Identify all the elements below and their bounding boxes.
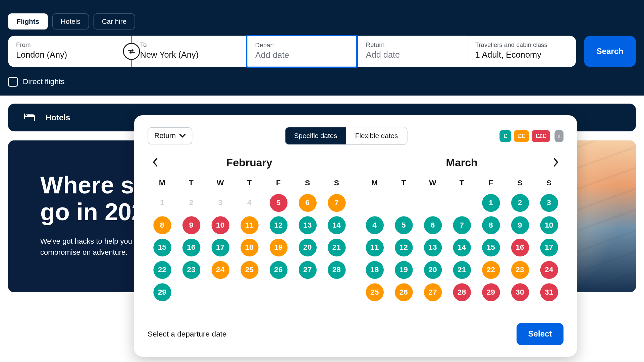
calendar-day[interactable]: 21 bbox=[322, 239, 351, 256]
calendar-day[interactable]: 17 bbox=[534, 239, 564, 256]
from-field[interactable]: From London (Any) bbox=[8, 36, 131, 67]
calendar-day: 1 bbox=[148, 194, 177, 212]
mode-specific-button[interactable]: Specific dates bbox=[285, 127, 346, 144]
calendar-day[interactable]: 24 bbox=[534, 261, 564, 279]
swap-icon bbox=[127, 47, 136, 55]
day-empty bbox=[447, 194, 476, 212]
depart-field[interactable]: Depart Add date bbox=[246, 35, 358, 68]
tab-flights[interactable]: Flights bbox=[8, 13, 48, 29]
weekday-label: S bbox=[534, 179, 564, 188]
calendar-day[interactable]: 9 bbox=[177, 216, 206, 234]
calendar-day[interactable]: 28 bbox=[322, 261, 351, 279]
calendar-day[interactable]: 16 bbox=[505, 239, 535, 256]
calendar-day[interactable]: 31 bbox=[534, 283, 564, 301]
weekday-label: M bbox=[148, 179, 177, 188]
calendar-day[interactable]: 28 bbox=[447, 283, 476, 301]
from-label: From bbox=[16, 41, 123, 48]
next-month-button[interactable] bbox=[548, 155, 564, 170]
calendar-day[interactable]: 18 bbox=[360, 261, 389, 279]
calendar-day[interactable]: 7 bbox=[447, 216, 476, 234]
calendar-day[interactable]: 11 bbox=[360, 239, 389, 256]
hotels-bar-label: Hotels bbox=[46, 113, 70, 122]
calendar-day[interactable]: 11 bbox=[235, 216, 264, 234]
calendar-day[interactable]: 12 bbox=[389, 239, 418, 256]
calendar-day[interactable]: 14 bbox=[447, 239, 476, 256]
calendar-day[interactable]: 15 bbox=[148, 239, 177, 256]
calendar-day[interactable]: 6 bbox=[293, 194, 322, 212]
weekday-label: S bbox=[322, 179, 351, 188]
calendar-day[interactable]: 5 bbox=[389, 216, 418, 234]
days-grid: 1234567891011121314151617181920212223242… bbox=[148, 194, 351, 301]
calendar-day[interactable]: 14 bbox=[322, 216, 351, 234]
calendar-day[interactable]: 23 bbox=[177, 261, 206, 279]
mode-flexible-button[interactable]: Flexible dates bbox=[346, 127, 407, 144]
calendar-day[interactable]: 4 bbox=[360, 216, 389, 234]
select-button[interactable]: Select bbox=[517, 323, 564, 345]
calendar-day[interactable]: 13 bbox=[418, 239, 447, 256]
search-row: From London (Any) To New York (Any) Depa… bbox=[8, 36, 636, 67]
calendar-months: FebruaryMTWTFSS1234567891011121314151617… bbox=[134, 151, 577, 308]
weekday-label: W bbox=[418, 179, 447, 188]
calendar-day[interactable]: 8 bbox=[148, 216, 177, 234]
weekday-label: M bbox=[360, 179, 389, 188]
month-header: March bbox=[360, 154, 564, 172]
travellers-field[interactable]: Travellers and cabin class 1 Adult, Econ… bbox=[467, 36, 576, 67]
calendar-day[interactable]: 26 bbox=[389, 283, 418, 301]
legend-low: £ bbox=[500, 130, 511, 142]
calendar-day[interactable]: 27 bbox=[293, 261, 322, 279]
tab-hotels[interactable]: Hotels bbox=[52, 13, 89, 29]
month-header: February bbox=[148, 154, 351, 172]
calendar-day[interactable]: 22 bbox=[476, 261, 505, 279]
calendar-month: MarchMTWTFSS1234567891011121314151617181… bbox=[360, 154, 564, 301]
calendar-day[interactable]: 29 bbox=[148, 283, 177, 301]
chevron-left-icon bbox=[153, 158, 158, 167]
calendar-day[interactable]: 7 bbox=[322, 194, 351, 212]
chevron-down-icon bbox=[179, 133, 186, 139]
calendar-day[interactable]: 22 bbox=[148, 261, 177, 279]
calendar-day[interactable]: 21 bbox=[447, 261, 476, 279]
prev-month-button[interactable] bbox=[148, 155, 163, 170]
calendar-day[interactable]: 25 bbox=[235, 261, 264, 279]
calendar-day[interactable]: 10 bbox=[206, 216, 235, 234]
calendar-day[interactable]: 2 bbox=[505, 194, 535, 212]
calendar-day[interactable]: 3 bbox=[534, 194, 564, 212]
calendar-day[interactable]: 20 bbox=[418, 261, 447, 279]
calendar-day[interactable]: 26 bbox=[264, 261, 293, 279]
calendar-day[interactable]: 27 bbox=[418, 283, 447, 301]
search-button[interactable]: Search bbox=[584, 36, 636, 67]
swap-button[interactable] bbox=[123, 43, 140, 60]
calendar-day[interactable]: 1 bbox=[476, 194, 505, 212]
calendar-day[interactable]: 19 bbox=[264, 239, 293, 256]
calendar-day[interactable]: 30 bbox=[505, 283, 535, 301]
calendar-day[interactable]: 15 bbox=[476, 239, 505, 256]
date-picker-header: Return Specific dates Flexible dates £ £… bbox=[134, 115, 577, 151]
calendar-day[interactable]: 29 bbox=[476, 283, 505, 301]
calendar-day[interactable]: 8 bbox=[476, 216, 505, 234]
date-mode-toggle: Specific dates Flexible dates bbox=[285, 127, 408, 145]
from-value: London (Any) bbox=[16, 50, 123, 60]
calendar-day[interactable]: 17 bbox=[206, 239, 235, 256]
calendar-day[interactable]: 19 bbox=[389, 261, 418, 279]
calendar-day[interactable]: 23 bbox=[505, 261, 535, 279]
calendar-day: 3 bbox=[206, 194, 235, 212]
calendar-day[interactable]: 16 bbox=[177, 239, 206, 256]
trip-type-select[interactable]: Return bbox=[148, 127, 192, 144]
calendar-day[interactable]: 25 bbox=[360, 283, 389, 301]
info-icon[interactable]: i bbox=[554, 130, 564, 142]
calendar-day[interactable]: 20 bbox=[293, 239, 322, 256]
tab-carhire[interactable]: Car hire bbox=[93, 13, 135, 29]
weekday-label: F bbox=[264, 179, 293, 188]
travellers-value: 1 Adult, Economy bbox=[475, 50, 568, 60]
direct-flights-checkbox[interactable] bbox=[8, 77, 18, 86]
month-name: February bbox=[226, 157, 272, 169]
calendar-day[interactable]: 12 bbox=[264, 216, 293, 234]
calendar-day[interactable]: 13 bbox=[293, 216, 322, 234]
calendar-day[interactable]: 5 bbox=[264, 194, 293, 212]
calendar-day[interactable]: 18 bbox=[235, 239, 264, 256]
calendar-day[interactable]: 9 bbox=[505, 216, 535, 234]
calendar-day[interactable]: 24 bbox=[206, 261, 235, 279]
return-field[interactable]: Return Add date bbox=[357, 36, 467, 67]
to-field[interactable]: To New York (Any) bbox=[131, 36, 246, 67]
calendar-day[interactable]: 10 bbox=[534, 216, 564, 234]
calendar-day[interactable]: 6 bbox=[418, 216, 447, 234]
